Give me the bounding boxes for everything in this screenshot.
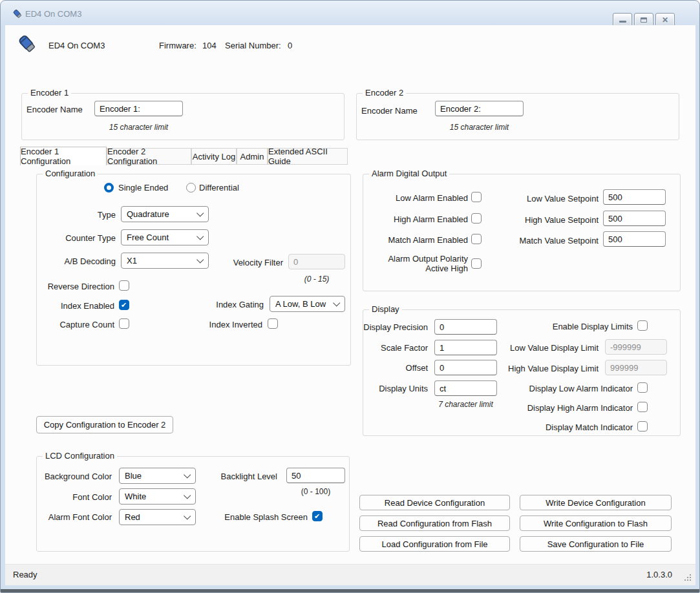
display-match-indicator-checkbox[interactable] — [637, 421, 648, 432]
tab-activity-log[interactable]: Activity Log — [191, 148, 237, 165]
display-precision-input[interactable] — [434, 319, 497, 335]
maximize-icon — [641, 17, 647, 23]
load-configuration-from-file-button[interactable]: Load Configuration from File — [359, 536, 510, 552]
counter-type-label: Counter Type — [51, 233, 116, 244]
display-low-alarm-indicator-label: Display Low Alarm Indicator — [511, 384, 633, 394]
capture-count-checkbox[interactable] — [119, 318, 129, 329]
write-device-configuration-button[interactable]: Write Device Configuration — [520, 495, 672, 510]
write-configuration-to-flash-button[interactable]: Write Configuration to Flash — [520, 515, 672, 531]
differential-label: Differential — [199, 183, 239, 193]
background-color-dropdown[interactable]: Blue — [119, 468, 196, 484]
low-value-display-limit-label: Low Value Display Limit — [498, 343, 599, 353]
type-label: Type — [51, 210, 116, 220]
ab-decoding-value: X1 — [127, 256, 137, 265]
display-units-input[interactable] — [434, 380, 497, 396]
alarm-font-color-dropdown[interactable]: Red — [119, 509, 196, 525]
type-dropdown[interactable]: Quadrature — [121, 206, 209, 222]
font-color-label: Font Color — [36, 492, 112, 503]
read-configuration-from-flash-button[interactable]: Read Configuration from Flash — [359, 515, 510, 531]
minimize-button[interactable] — [613, 13, 632, 26]
tab-encoder2-configuration[interactable]: Encoder 2 Configuration — [107, 148, 191, 165]
tab-admin[interactable]: Admin — [237, 148, 268, 165]
high-alarm-enabled-checkbox[interactable] — [471, 213, 482, 224]
display-match-indicator-label: Display Match Indicator — [511, 422, 633, 433]
chevron-down-icon — [333, 299, 340, 306]
chevron-down-icon — [196, 209, 204, 216]
display-precision-label: Display Precision — [363, 322, 428, 333]
configuration-group-title: Configuration — [43, 169, 98, 179]
minimize-icon — [619, 21, 626, 23]
match-alarm-enabled-checkbox[interactable] — [471, 234, 482, 244]
display-high-alarm-indicator-label: Display High Alarm Indicator — [511, 403, 633, 413]
close-icon: ✕ — [662, 16, 668, 24]
counter-type-dropdown[interactable]: Free Count — [121, 229, 209, 245]
capture-count-label: Capture Count — [27, 320, 114, 330]
alarm-font-color-label: Alarm Font Color — [36, 512, 112, 523]
high-value-setpoint-input[interactable] — [603, 211, 666, 226]
close-button[interactable]: ✕ — [655, 13, 675, 26]
ab-decoding-dropdown[interactable]: X1 — [121, 253, 209, 269]
low-value-setpoint-label: Low Value Setpoint — [513, 194, 599, 204]
enable-display-limits-checkbox[interactable] — [637, 320, 648, 331]
save-configuration-to-file-button[interactable]: Save Configuration to File — [520, 536, 672, 552]
low-alarm-enabled-checkbox[interactable] — [471, 192, 482, 202]
backlight-level-input[interactable] — [286, 468, 345, 483]
read-device-configuration-button[interactable]: Read Device Configuration — [359, 495, 510, 510]
single-ended-label: Single Ended — [118, 183, 168, 193]
window-title: ED4 On COM3 — [25, 9, 81, 19]
index-enabled-label: Index Enabled — [27, 301, 114, 311]
encoder1-group: Encoder 1 — [21, 93, 345, 140]
scale-factor-input[interactable] — [434, 340, 497, 355]
reverse-direction-label: Reverse Direction — [27, 282, 114, 292]
backlight-level-label: Backlight Level — [219, 472, 277, 482]
differential-radio[interactable] — [186, 183, 196, 192]
display-group-title: Display — [369, 304, 402, 315]
display-high-alarm-indicator-checkbox[interactable] — [637, 402, 648, 412]
index-gating-dropdown[interactable]: A Low, B Low — [270, 296, 345, 312]
display-units-label: Display Units — [363, 384, 428, 394]
encoder2-name-label: Encoder Name — [361, 106, 418, 116]
copy-configuration-button[interactable]: Copy Configuration to Encoder 2 — [36, 416, 173, 433]
alarm-group-title: Alarm Digital Output — [369, 169, 449, 179]
resize-grip-icon[interactable] — [683, 573, 691, 581]
tab-encoder1-configuration[interactable]: Encoder 1 Configuration — [20, 147, 107, 165]
high-value-display-limit-input — [605, 360, 667, 375]
display-low-alarm-indicator-checkbox[interactable] — [637, 382, 648, 393]
alarm-polarity-checkbox[interactable] — [471, 258, 482, 269]
match-value-setpoint-input[interactable] — [603, 231, 666, 247]
encoder2-limit-note: 15 character limit — [435, 122, 524, 132]
chevron-down-icon — [184, 492, 191, 499]
firmware-label: Firmware: — [159, 41, 196, 51]
match-alarm-enabled-label: Match Alarm Enabled — [372, 235, 468, 245]
window-controls: ✕ — [613, 13, 675, 26]
chevron-down-icon — [184, 471, 191, 478]
app-window: ED4 On COM3 ✕ ED4 On COM3 Firmware: 104 … — [0, 0, 700, 593]
offset-input[interactable] — [434, 360, 497, 375]
ab-decoding-label: A/B Decoding — [51, 256, 116, 267]
encoder2-group: Encoder 2 — [356, 93, 679, 140]
backlight-range-note: (0 - 100) — [286, 486, 345, 497]
low-value-setpoint-input[interactable] — [603, 189, 666, 205]
match-value-setpoint-label: Match Value Setpoint — [513, 236, 599, 246]
single-ended-radio[interactable] — [104, 183, 114, 192]
index-inverted-checkbox[interactable] — [268, 318, 278, 329]
velocity-filter-input — [288, 254, 345, 269]
app-screen: ED4 On COM3 ✕ ED4 On COM3 Firmware: 104 … — [0, 0, 700, 593]
encoder2-name-input[interactable] — [435, 101, 524, 116]
reverse-direction-checkbox[interactable] — [119, 280, 129, 291]
offset-label: Offset — [363, 363, 428, 373]
font-color-dropdown[interactable]: White — [119, 488, 196, 505]
enable-splash-screen-checkbox[interactable] — [312, 511, 323, 521]
alarm-polarity-label-line1: Alarm Output Polarity — [372, 254, 468, 264]
device-name: ED4 On COM3 — [48, 41, 105, 51]
encoder2-group-title: Encoder 2 — [363, 88, 406, 98]
app-icon — [12, 8, 23, 20]
encoder1-limit-note: 15 character limit — [94, 122, 183, 132]
maximize-button[interactable] — [634, 13, 653, 26]
tab-extended-ascii-guide[interactable]: Extended ASCII Guide — [268, 148, 348, 165]
velocity-filter-range-note: (0 - 15) — [288, 274, 345, 284]
firmware-value: 104 — [202, 41, 217, 51]
index-enabled-checkbox[interactable] — [119, 300, 129, 310]
encoder1-name-input[interactable] — [94, 101, 183, 116]
counter-type-value: Free Count — [127, 233, 169, 242]
